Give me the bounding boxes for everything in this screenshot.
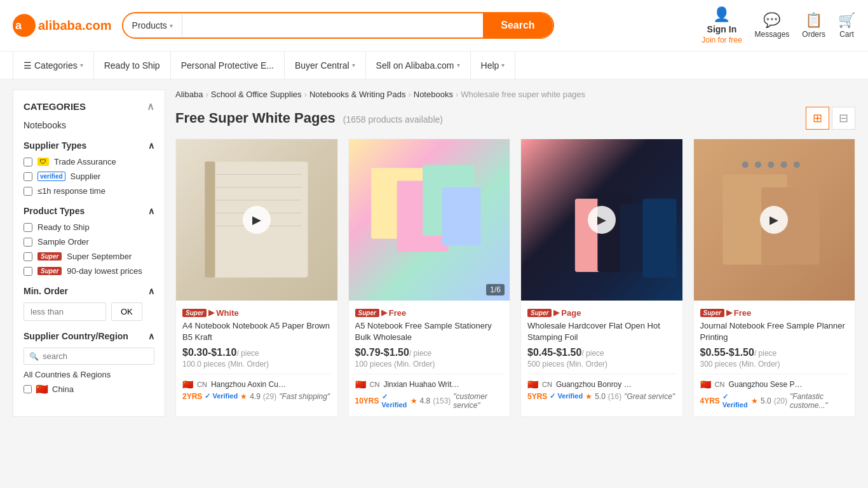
chevron-down-icon: ▾ [170, 22, 173, 29]
nav-ppe[interactable]: Personal Protective E... [171, 51, 285, 79]
country-section-title: Supplier Country/Region ∧ [24, 331, 154, 341]
supplier-types-label: Supplier Types [24, 140, 86, 151]
chevron-down-icon: ▾ [352, 62, 355, 69]
product-card[interactable]: ▶ Super ▶ White A4 Notebook Notebook A5 … [175, 139, 338, 417]
breadcrumb-sep: › [408, 90, 410, 99]
orders-action[interactable]: 📋 Orders [802, 12, 825, 39]
name-highlight: White [216, 308, 238, 318]
play-button[interactable]: ▶ [588, 206, 616, 234]
cart-action[interactable]: 🛒 Cart [838, 12, 855, 39]
all-countries-label[interactable]: All Countries & Regions [24, 370, 154, 379]
sidebar-notebooks[interactable]: Notebooks [24, 120, 154, 130]
nav-sell[interactable]: Sell on Alibaba.com ▾ [366, 51, 471, 79]
collapse-icon[interactable]: ∧ [148, 331, 154, 341]
super-september-checkbox[interactable] [24, 252, 32, 261]
rating-value: 4.9 [250, 392, 261, 401]
star-icon: ★ [585, 392, 592, 401]
logo-text: alibaba.com [38, 18, 112, 33]
search-input[interactable] [182, 14, 483, 37]
name-highlight: Page [561, 308, 581, 318]
nav-buyer-central[interactable]: Buyer Central ▾ [285, 51, 366, 79]
china-item[interactable]: 🇨🇳 China [24, 383, 154, 395]
90day-checkbox[interactable] [24, 267, 32, 276]
collapse-icon[interactable]: ∧ [148, 140, 154, 151]
list-view-button[interactable]: ⊞ [806, 107, 829, 130]
product-tag: Super ▶ White [182, 308, 239, 318]
collapse-icon[interactable]: ∧ [148, 206, 154, 216]
orders-icon: 📋 [805, 12, 822, 29]
breadcrumb-notebooks[interactable]: Notebooks [414, 90, 453, 99]
product-type-sample-order[interactable]: Sample Order [24, 237, 154, 247]
sample-order-checkbox[interactable] [24, 238, 32, 247]
china-label: China [52, 384, 74, 394]
breadcrumb-notebooks-writing-pads[interactable]: Notebooks & Writing Pads [309, 90, 406, 99]
nav-bar: ☰ Categories ▾ Ready to Ship Personal Pr… [0, 51, 868, 79]
min-order-ok-button[interactable]: OK [111, 302, 142, 321]
min-order-section: Min. Order ∧ OK [24, 286, 154, 321]
svg-rect-3 [205, 161, 215, 278]
content-area: Alibaba › School & Office Supplies › Not… [175, 90, 855, 417]
product-type-ready-to-ship[interactable]: Ready to Ship [24, 222, 154, 232]
collapse-icon[interactable]: ∧ [147, 100, 154, 112]
price-range: $0.55-$1.50/ piece [700, 347, 849, 358]
flag-icon: 🇨🇳 [355, 379, 366, 390]
cart-label: Cart [839, 30, 854, 39]
sign-in-action[interactable]: 👤 Sign In Join for free [702, 6, 742, 44]
svg-point-23 [794, 161, 800, 168]
play-button[interactable]: ▶ [760, 206, 788, 234]
country-code: CN [715, 381, 725, 388]
breadcrumb-alibaba[interactable]: Alibaba [175, 90, 203, 99]
product-image-wrap: 1/6 [349, 139, 510, 301]
join-label: Join for free [702, 36, 742, 44]
min-order-input-row: OK [24, 302, 154, 321]
logo[interactable]: a alibaba.com [13, 14, 112, 37]
star-icon: ★ [751, 396, 758, 405]
product-card[interactable]: R ▶ Super ▶ Page [520, 139, 683, 417]
breadcrumb-school-supplies[interactable]: School & Office Supplies [211, 90, 302, 99]
ready-to-ship-label: Ready to Ship [37, 222, 90, 232]
product-type-90day[interactable]: Super 90-day lowest prices [24, 266, 154, 276]
ready-to-ship-checkbox[interactable] [24, 223, 32, 232]
products-dropdown-btn[interactable]: Products ▾ [123, 14, 182, 37]
rating-row: 5YRS ✓ Verified ★ 5.0 (16) "Great servic… [527, 392, 676, 401]
country-section: Supplier Country/Region ∧ 🔍 All Countrie… [24, 331, 154, 395]
chevron-down-icon: ▾ [501, 62, 505, 69]
verified-badge: ✓ Verified [205, 392, 238, 400]
product-card[interactable]: 1/6 Super ▶ Free A5 Notebook Free Sample… [348, 139, 511, 417]
sample-order-label: Sample Order [37, 237, 89, 247]
orders-label: Orders [802, 30, 825, 39]
supplier-verified[interactable]: verified Supplier [24, 172, 154, 181]
min-order-input[interactable] [24, 302, 106, 321]
breadcrumb-sep: › [304, 90, 307, 99]
messages-action[interactable]: 💬 Messages [755, 12, 790, 39]
country-label: Supplier Country/Region [24, 331, 128, 341]
price-range: $0.45-$1.50/ piece [527, 347, 676, 358]
verified-supplier-checkbox[interactable] [24, 172, 32, 181]
nav-categories[interactable]: ☰ Categories ▾ [13, 51, 94, 79]
supplier-trade-assurance[interactable]: 🛡 Trade Assurance [24, 157, 154, 166]
nav-ready-to-ship[interactable]: Ready to Ship [94, 51, 171, 79]
response-time-checkbox[interactable] [24, 187, 32, 196]
super-tag: Super [355, 309, 379, 317]
grid-view-button[interactable]: ⊟ [832, 107, 855, 130]
search-button[interactable]: Search [483, 13, 552, 37]
supplier-response-time[interactable]: ≤1h response time [24, 186, 154, 196]
super-arrow-icon: ▶ [726, 308, 732, 317]
messages-label: Messages [755, 30, 790, 39]
product-type-super-september[interactable]: Super Super September [24, 252, 154, 261]
country-search-input[interactable] [43, 351, 149, 361]
supplier-row: 🇨🇳 CN Jinxian Huahao Writing I... [355, 374, 504, 390]
china-checkbox[interactable] [24, 385, 32, 393]
nav-help[interactable]: Help ▾ [471, 51, 516, 79]
svg-rect-12 [442, 187, 481, 245]
sign-in-label: Sign In [707, 24, 737, 34]
supplier-name: Guangzhou Bonroy Cult... [556, 380, 632, 389]
price-range: $0.30-$1.10/ piece [182, 347, 331, 358]
collapse-icon[interactable]: ∧ [148, 286, 154, 296]
product-card[interactable]: ▶ Super ▶ Free Journal Notebook Free Sam… [693, 139, 856, 417]
play-button[interactable]: ▶ [243, 206, 271, 234]
supplier-years: 10YRS [355, 396, 379, 405]
product-name: Wholesale Hardcover Flat Open Hot Stampi… [527, 320, 676, 343]
rating-value: 5.0 [595, 392, 606, 401]
trade-assurance-checkbox[interactable] [24, 158, 32, 166]
